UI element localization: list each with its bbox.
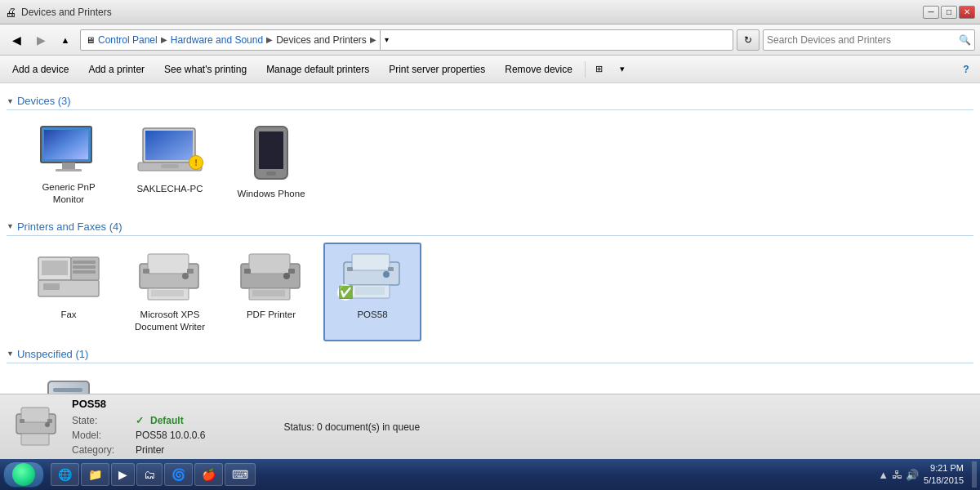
keyboard-icon: ⌨ (232, 468, 248, 481)
printers-collapse-arrow: ▼ (7, 222, 14, 230)
state-label: State: (72, 415, 129, 426)
fax-icon (35, 251, 102, 304)
default-check-badge: ✅ (337, 284, 354, 301)
device-pos58[interactable]: ✅ POS58 (323, 243, 421, 341)
svg-rect-39 (355, 287, 385, 295)
laptop-label: SAKLECHA-PC (136, 183, 203, 195)
svg-rect-37 (388, 267, 394, 271)
category-value: Printer (136, 444, 164, 456)
forward-button[interactable]: ▶ (29, 29, 52, 51)
folder-icon: 📁 (88, 468, 102, 481)
device-saklecha-pc[interactable]: ! SAKLECHA-PC (121, 117, 219, 214)
device-pdf-printer[interactable]: PDF Printer (222, 243, 320, 341)
search-icon: 🔍 (959, 34, 971, 46)
monitor-label: Generic PnPMonitor (42, 181, 95, 206)
print-server-button[interactable]: Print server properties (380, 59, 494, 80)
unspecified-grid: Generic BulkDevice (7, 370, 973, 394)
svg-rect-17 (73, 265, 96, 269)
file-icon: 🗂 (144, 468, 155, 481)
category-label: Category: (72, 444, 129, 456)
device-fax[interactable]: Fax (20, 243, 118, 341)
unspecified-section-header[interactable]: ▼ Unspecified (1) (7, 348, 973, 363)
status-bar: POS58 State: ✓ Default Model: POS58 10.0… (0, 394, 980, 459)
remove-device-button[interactable]: Remove device (496, 59, 581, 80)
bulk-device-icon (45, 378, 92, 394)
media-icon: ▶ (118, 468, 127, 481)
app-icon: 🖨 (5, 6, 16, 19)
svg-rect-41 (53, 388, 82, 392)
svg-rect-47 (21, 408, 49, 422)
taskbar-media-player[interactable]: ▶ (111, 463, 135, 486)
breadcrumb-dropdown[interactable]: ▾ (380, 29, 393, 51)
taskbar-itunes[interactable]: 🍎 (194, 463, 223, 486)
taskbar-explorer[interactable]: 📁 (81, 463, 109, 486)
svg-rect-36 (347, 267, 353, 271)
svg-rect-16 (73, 261, 96, 264)
breadcrumb-sep-3: ▶ (370, 35, 376, 44)
printers-section-header[interactable]: ▼ Printers and Faxes (4) (7, 220, 973, 236)
show-desktop-button[interactable] (972, 461, 977, 488)
device-generic-monitor[interactable]: Generic PnPMonitor (20, 117, 118, 214)
up-button[interactable]: ▲ (54, 29, 77, 51)
svg-rect-49 (20, 419, 24, 423)
device-windows-phone[interactable]: Windows Phone (222, 117, 320, 214)
taskbar-ie[interactable]: 🌐 (51, 463, 79, 486)
breadcrumb-control-panel[interactable]: Control Panel (98, 34, 158, 46)
minimize-button[interactable]: ─ (923, 6, 939, 19)
pdf-label: PDF Printer (247, 309, 296, 321)
devices-grid: Generic PnPMonitor ! (7, 117, 973, 214)
printers-grid: Fax Microsoft XPSDocument Writer (7, 243, 973, 341)
svg-rect-23 (187, 269, 194, 274)
devices-section-header[interactable]: ▼ Devices (3) (7, 95, 973, 110)
status-category-row: Category: Printer (72, 444, 205, 456)
tray-network-icon[interactable]: 🖧 (892, 469, 902, 481)
breadcrumb-current: Devices and Printers (276, 34, 367, 46)
view-toggle-button[interactable]: ⊞ (589, 59, 610, 80)
clock-time: 9:21 PM (924, 462, 964, 474)
taskbar-app[interactable]: ⌨ (225, 463, 256, 486)
model-value: POS58 10.0.0.6 (136, 430, 205, 441)
status-device-icon (13, 404, 59, 450)
manage-default-button[interactable]: Manage default printers (257, 59, 378, 80)
refresh-button[interactable]: ↻ (737, 29, 760, 51)
fax-label: Fax (60, 309, 76, 321)
svg-rect-1 (44, 130, 88, 159)
see-printing-button[interactable]: See what's printing (155, 59, 256, 80)
tray-volume-icon[interactable]: 🔊 (906, 469, 919, 481)
add-device-button[interactable]: Add a device (3, 59, 78, 80)
device-bulk[interactable]: Generic BulkDevice (20, 370, 118, 394)
breadcrumb-sep-1: ▶ (161, 35, 167, 44)
pos58-icon: ✅ (339, 251, 406, 304)
taskbar: 🌐 📁 ▶ 🗂 🌀 🍎 ⌨ ▲ 🖧 🔊 9:21 PM 5/18/2015 (0, 459, 980, 490)
back-button[interactable]: ◀ (5, 29, 28, 51)
help-button[interactable]: ? (956, 59, 977, 80)
pos58-label: POS58 (357, 309, 387, 321)
state-check: ✓ (136, 415, 144, 426)
xps-label: Microsoft XPSDocument Writer (135, 309, 205, 333)
taskbar-file-manager[interactable]: 🗂 (136, 463, 163, 486)
clock[interactable]: 9:21 PM 5/18/2015 (924, 462, 964, 488)
device-ms-xps[interactable]: Microsoft XPSDocument Writer (121, 243, 219, 341)
view-dropdown-button[interactable]: ▾ (612, 59, 633, 80)
phone-icon (253, 125, 289, 183)
breadcrumb-hardware[interactable]: Hardware and Sound (171, 34, 263, 46)
svg-point-31 (283, 273, 290, 279)
svg-rect-9 (259, 131, 283, 169)
laptop-icon: ! (136, 125, 203, 178)
add-printer-button[interactable]: Add a printer (79, 59, 154, 80)
svg-rect-20 (148, 254, 189, 274)
status-model-row: Model: POS58 10.0.0.6 (72, 430, 205, 441)
search-input[interactable] (767, 34, 959, 46)
svg-rect-15 (43, 283, 60, 290)
taskbar-chrome[interactable]: 🌀 (164, 463, 193, 486)
start-button[interactable] (3, 461, 44, 488)
chrome-icon: 🌀 (172, 468, 185, 481)
maximize-button[interactable]: □ (941, 6, 957, 19)
breadcrumb-icon: 🖥 (86, 35, 95, 45)
close-button[interactable]: ✕ (959, 6, 975, 19)
clock-date: 5/18/2015 (924, 474, 964, 487)
tray-arrow-icon[interactable]: ▲ (878, 469, 889, 481)
state-value: Default (150, 415, 184, 426)
toolbar: Add a device Add a printer See what's pr… (0, 56, 980, 83)
svg-rect-29 (244, 269, 251, 274)
